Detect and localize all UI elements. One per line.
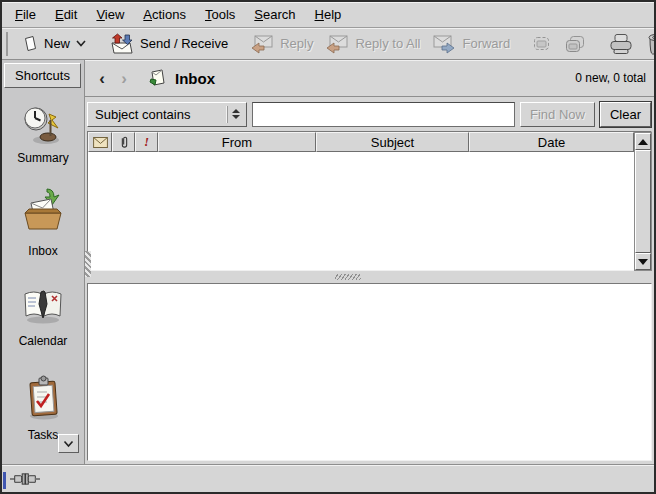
clear-label: Clear <box>610 107 641 122</box>
preview-pane[interactable] <box>87 283 652 461</box>
sidebar-item-inbox[interactable] <box>2 187 84 233</box>
app-body: Shortcuts Summary <box>2 60 654 464</box>
move-to-folder-button[interactable] <box>526 33 558 55</box>
new-message-icon <box>22 35 38 52</box>
send-receive-label: Send / Receive <box>140 36 228 51</box>
column-from[interactable]: From <box>158 132 316 152</box>
column-priority[interactable]: ! <box>135 132 158 152</box>
splitter-grip[interactable] <box>335 274 361 280</box>
find-now-button[interactable]: Find Now <box>520 102 595 127</box>
sidebar-item-tasks[interactable] <box>2 375 84 421</box>
copy-to-folder-button[interactable] <box>558 33 592 55</box>
arrow-up-icon <box>638 139 648 145</box>
message-list: ! From Subject Date <box>87 131 652 271</box>
sidebar-item-summary[interactable] <box>2 104 84 146</box>
new-button[interactable]: New <box>16 33 92 54</box>
menu-actions[interactable]: Actions <box>143 7 186 22</box>
tasks-clipboard-icon <box>22 375 64 421</box>
move-to-folder-icon <box>532 35 552 53</box>
column-attachment[interactable] <box>112 132 135 152</box>
summary-clock-icon <box>22 104 64 146</box>
column-date[interactable]: Date <box>469 132 634 152</box>
nav-back-arrow[interactable]: ‹ <box>95 70 109 87</box>
toolbar-drag-handle[interactable] <box>6 32 8 56</box>
shortcuts-group-button[interactable]: Shortcuts <box>4 63 81 88</box>
arrow-down-icon <box>638 259 648 265</box>
print-button[interactable] <box>602 31 640 57</box>
trash-icon <box>646 33 656 55</box>
nav-forward-arrow[interactable]: › <box>117 70 131 87</box>
reply-button[interactable]: Reply <box>244 32 319 56</box>
delete-button[interactable] <box>640 31 656 57</box>
menu-edit[interactable]: Edit <box>55 7 77 22</box>
scroll-down-button[interactable] <box>635 253 651 270</box>
main-content: ‹ › Inbox 0 new, 0 total Subject contain… <box>85 60 654 464</box>
scroll-up-button[interactable] <box>635 133 651 150</box>
column-date-label: Date <box>538 135 565 150</box>
shortcuts-label: Shortcuts <box>15 68 70 83</box>
folder-title: Inbox <box>175 70 215 87</box>
shortcut-bar: Shortcuts Summary <box>2 60 85 464</box>
send-receive-icon <box>108 33 134 55</box>
reply-icon <box>250 34 274 54</box>
reply-to-all-icon <box>325 34 349 54</box>
forward-button[interactable]: Forward <box>426 32 516 56</box>
column-message-status[interactable] <box>88 132 112 152</box>
folder-header-bar: ‹ › Inbox 0 new, 0 total <box>85 60 654 97</box>
inbox-tray-icon <box>21 187 65 233</box>
send-receive-button[interactable]: Send / Receive <box>102 31 234 57</box>
forward-icon <box>432 34 456 54</box>
menu-tools[interactable]: Tools <box>205 7 235 22</box>
menu-view[interactable]: View <box>96 7 124 22</box>
menu-search[interactable]: Search <box>254 7 295 22</box>
calendar-book-icon <box>21 286 65 326</box>
copy-to-folder-icon <box>564 35 586 53</box>
message-list-header: ! From Subject Date <box>88 132 651 152</box>
evolution-main-window: File Edit View Actions Tools Search Help… <box>0 0 656 494</box>
new-button-label: New <box>44 36 70 51</box>
clear-button[interactable]: Clear <box>600 102 651 127</box>
sidebar-item-summary-label[interactable]: Summary <box>2 151 84 165</box>
search-criteria-dropdown[interactable]: Subject contains <box>87 102 247 127</box>
vertical-pane-grip[interactable] <box>85 251 91 277</box>
sidebar-item-calendar[interactable] <box>2 286 84 326</box>
column-subject[interactable]: Subject <box>316 132 469 152</box>
print-icon <box>608 33 634 55</box>
search-bar: Subject contains Find Now Clear <box>85 97 654 131</box>
menu-help[interactable]: Help <box>315 7 342 22</box>
scrollbar-thumb[interactable] <box>635 150 651 253</box>
reply-to-all-button[interactable]: Reply to All <box>319 32 426 56</box>
sidebar-item-calendar-label[interactable]: Calendar <box>2 334 84 348</box>
forward-label: Forward <box>462 36 510 51</box>
pane-splitter[interactable] <box>85 271 654 283</box>
chevron-down-icon <box>76 40 86 47</box>
sidebar-item-inbox-label[interactable]: Inbox <box>2 244 84 258</box>
statusbar-resize-tick <box>3 472 6 489</box>
sidebar-scroll-down-button[interactable] <box>58 434 79 453</box>
chevron-down-icon <box>63 440 74 448</box>
folder-message-counts: 0 new, 0 total <box>575 71 646 85</box>
column-from-label: From <box>222 135 252 150</box>
online-connector-icon[interactable] <box>10 472 40 486</box>
message-status-envelope-icon <box>93 137 108 148</box>
reply-label: Reply <box>280 36 313 51</box>
dropdown-spin-arrows-icon <box>227 106 243 123</box>
message-list-scrollbar[interactable] <box>634 132 652 271</box>
search-criteria-value: Subject contains <box>95 107 190 122</box>
statusbar <box>2 464 654 492</box>
priority-exclamation-icon: ! <box>144 134 149 150</box>
reply-to-all-label: Reply to All <box>355 36 420 51</box>
find-now-label: Find Now <box>530 107 585 122</box>
menu-file[interactable]: File <box>15 7 36 22</box>
menubar: File Edit View Actions Tools Search Help <box>2 2 654 28</box>
search-input[interactable] <box>252 102 515 127</box>
message-list-rows[interactable] <box>88 152 651 270</box>
toolbar: New Send / Receive Reply <box>2 28 654 60</box>
inbox-folder-icon <box>147 68 167 88</box>
attachment-paperclip-icon <box>119 135 129 150</box>
column-subject-label: Subject <box>371 135 414 150</box>
